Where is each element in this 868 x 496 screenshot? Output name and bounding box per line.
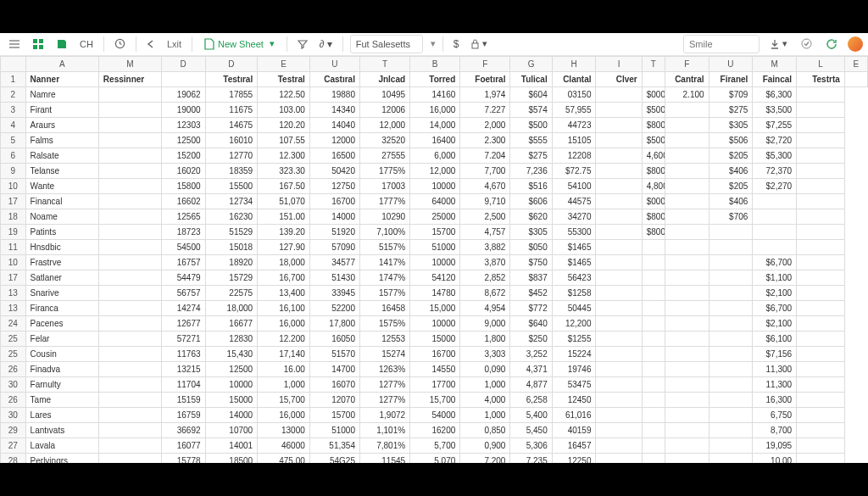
cell[interactable]: 11704: [161, 376, 205, 392]
cell[interactable]: $205: [709, 178, 753, 193]
cell[interactable]: 11675: [205, 102, 258, 117]
row-header[interactable]: 24: [1, 315, 26, 331]
cell[interactable]: 0,900: [460, 437, 510, 453]
cell[interactable]: 15500: [205, 178, 258, 193]
cell[interactable]: 14675: [205, 117, 258, 132]
cell[interactable]: $606: [510, 193, 552, 209]
cell[interactable]: Firanca: [25, 300, 98, 315]
cell[interactable]: 1,000: [460, 407, 510, 422]
filter-icon[interactable]: [294, 35, 311, 53]
cell[interactable]: [797, 224, 845, 239]
cell[interactable]: 14,000: [410, 117, 460, 132]
cell[interactable]: 151.00: [258, 209, 310, 224]
cell[interactable]: [665, 132, 709, 148]
row-header[interactable]: 9: [1, 163, 26, 178]
cell[interactable]: [797, 148, 845, 163]
cell[interactable]: Nanner: [25, 71, 98, 86]
cell[interactable]: 12450: [552, 392, 596, 407]
cell[interactable]: 2,500: [460, 209, 510, 224]
download-icon[interactable]: ▾: [766, 35, 791, 53]
cell[interactable]: [665, 148, 709, 163]
cell[interactable]: [753, 209, 797, 224]
cell[interactable]: [797, 285, 845, 300]
cell[interactable]: 4,877: [510, 376, 552, 392]
cell[interactable]: [665, 163, 709, 178]
row-header[interactable]: 19: [1, 224, 26, 239]
cell[interactable]: [596, 117, 642, 132]
cell[interactable]: [98, 346, 161, 361]
cell[interactable]: 56423: [552, 270, 596, 285]
cell[interactable]: 54500: [161, 239, 205, 254]
cell[interactable]: 10700: [205, 422, 258, 437]
cell[interactable]: [797, 331, 845, 346]
cell[interactable]: Cousin: [25, 346, 98, 361]
cell[interactable]: 3,882: [460, 239, 510, 254]
cell[interactable]: $250: [510, 331, 552, 346]
cell[interactable]: [98, 117, 161, 132]
cell[interactable]: 3,870: [460, 254, 510, 270]
cell[interactable]: Snarive: [25, 285, 98, 300]
cell[interactable]: 40159: [552, 422, 596, 437]
cell[interactable]: [98, 407, 161, 422]
cell[interactable]: 5,450: [510, 422, 552, 437]
cell[interactable]: Lavala: [25, 437, 98, 453]
column-header[interactable]: F: [665, 56, 709, 71]
cell[interactable]: $506: [709, 132, 753, 148]
cell[interactable]: 2.300: [460, 132, 510, 148]
new-sheet-button[interactable]: New Sheet ▾: [199, 38, 280, 50]
cell[interactable]: 54479: [161, 270, 205, 285]
cell[interactable]: 1775%: [359, 163, 409, 178]
cell[interactable]: 16,000: [410, 102, 460, 117]
cell[interactable]: 16010: [205, 132, 258, 148]
cell[interactable]: 53475: [552, 376, 596, 392]
cell[interactable]: 122.50: [258, 86, 310, 102]
cell[interactable]: [665, 331, 709, 346]
cell[interactable]: 18,000: [258, 254, 310, 270]
cell[interactable]: [665, 361, 709, 376]
cell[interactable]: [665, 254, 709, 270]
cell[interactable]: $1,100: [753, 270, 797, 285]
row-header[interactable]: 29: [1, 422, 26, 437]
cell[interactable]: [98, 453, 161, 463]
cell[interactable]: 15,700: [410, 392, 460, 407]
row-header[interactable]: 17: [1, 270, 26, 285]
cell[interactable]: 11545: [359, 453, 409, 463]
check-icon[interactable]: [798, 35, 815, 53]
cell[interactable]: [665, 315, 709, 331]
cell[interactable]: 51,354: [309, 437, 359, 453]
cell[interactable]: 16677: [205, 315, 258, 331]
cell[interactable]: Clver: [596, 71, 642, 86]
cell[interactable]: 27555: [359, 148, 409, 163]
cell[interactable]: [642, 346, 665, 361]
cell[interactable]: [709, 315, 753, 331]
cell[interactable]: $406: [709, 193, 753, 209]
cell[interactable]: 25000: [410, 209, 460, 224]
cell[interactable]: $7,156: [753, 346, 797, 361]
cell[interactable]: 12677: [161, 315, 205, 331]
cell[interactable]: Jnlcad: [359, 71, 409, 86]
cell[interactable]: [596, 361, 642, 376]
row-header[interactable]: 10: [1, 178, 26, 193]
cell[interactable]: 16700: [410, 346, 460, 361]
cell[interactable]: 44575: [552, 193, 596, 209]
cell[interactable]: [797, 361, 845, 376]
cell[interactable]: [665, 300, 709, 315]
cell[interactable]: [596, 209, 642, 224]
cell[interactable]: 15,000: [410, 300, 460, 315]
cell[interactable]: [642, 361, 665, 376]
cell[interactable]: [797, 102, 845, 117]
cell[interactable]: $706: [709, 209, 753, 224]
cell[interactable]: [161, 71, 205, 86]
cell[interactable]: $6,700: [753, 254, 797, 270]
cell[interactable]: 4,954: [460, 300, 510, 315]
cell[interactable]: $800: [642, 117, 665, 132]
cell[interactable]: 19062: [161, 86, 205, 102]
cell[interactable]: [98, 102, 161, 117]
cell[interactable]: 1577%: [359, 285, 409, 300]
cell[interactable]: $5,300: [753, 148, 797, 163]
cell[interactable]: Wante: [25, 178, 98, 193]
cell[interactable]: 50445: [552, 300, 596, 315]
cell[interactable]: [642, 270, 665, 285]
cell[interactable]: Faincal: [753, 71, 797, 86]
cell[interactable]: [596, 224, 642, 239]
